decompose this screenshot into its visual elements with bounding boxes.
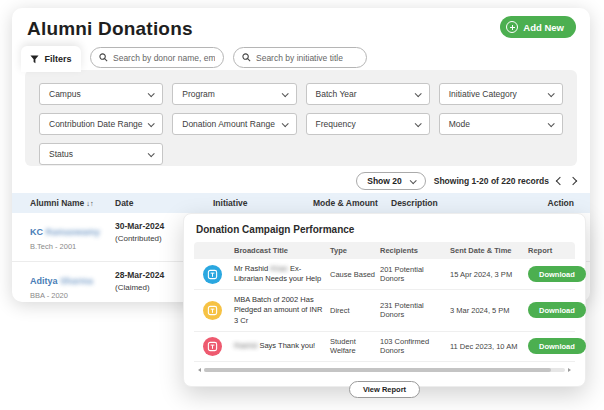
add-new-label: Add New (523, 22, 564, 33)
column-recipients: Recipients (380, 246, 450, 255)
scroll-right-icon[interactable] (568, 368, 571, 372)
horizontal-scrollbar (198, 368, 571, 373)
broadcast-title: MBA Batch of 2002 Has Pledged an amount … (234, 295, 330, 325)
dropdown-label: Donation Amount Range (182, 119, 275, 129)
broadcast-recipients: 103 Confirmed Donors (380, 337, 450, 355)
broadcast-template-icon (207, 305, 218, 316)
broadcast-type: Direct (330, 306, 380, 315)
campaign-row: MBA Batch of 2002 Has Pledged an amount … (194, 290, 575, 331)
show-per-page-dropdown[interactable]: Show 20 (356, 172, 425, 190)
filter-funnel-icon (30, 55, 39, 64)
column-initiative: Initiative (213, 198, 313, 208)
column-date: Date (115, 198, 213, 208)
chevron-down-icon (281, 90, 288, 97)
alumni-name-link[interactable]: KC Ramaswamy (30, 227, 100, 237)
broadcast-template-icon (207, 341, 218, 352)
dropdown-label: Mode (449, 119, 470, 129)
download-report-button[interactable]: Download (528, 266, 586, 282)
search-initiative-field (233, 47, 367, 68)
column-report: Report (528, 246, 569, 255)
column-sent-date-time: Sent Date & Time (450, 246, 528, 255)
campaign-panel-title: Donation Campaign Performance (196, 224, 575, 235)
alumni-program: BBA - 2020 (30, 291, 115, 300)
dropdown-label: Contribution Date Range (49, 119, 143, 129)
broadcast-avatar (203, 265, 222, 284)
dropdown-initiative-category[interactable]: Initiative Category (439, 83, 563, 105)
alumni-first-name: KC (30, 227, 43, 237)
dropdown-contribution-date-range[interactable]: Contribution Date Range (39, 113, 163, 135)
filters-tab[interactable]: Filters (21, 46, 81, 72)
broadcast-sent-datetime: 11 Dec 2023, 10 AM (450, 342, 528, 351)
pagination (557, 178, 576, 184)
broadcast-title: Mr Rashid Khan Ex-Librarian Needs your H… (234, 264, 330, 284)
dropdown-frequency[interactable]: Frequency (306, 113, 430, 135)
dropdown-label: Frequency (316, 119, 356, 129)
chevron-down-icon (414, 120, 421, 127)
scrollbar-track[interactable] (204, 368, 565, 372)
campaign-row: Rashid Says Thank you! Student Welfare 1… (194, 332, 575, 362)
chevron-down-icon (148, 120, 155, 127)
dropdown-label: Batch Year (316, 89, 357, 99)
chevron-down-icon (548, 90, 555, 97)
search-donor-input[interactable] (113, 53, 215, 63)
broadcast-title-blurred: Khan (270, 264, 290, 273)
chevron-down-icon (148, 150, 155, 157)
chevron-down-icon (148, 90, 155, 97)
download-report-button[interactable]: Download (528, 338, 586, 354)
filter-panel: Campus Program Batch Year Initiative Cat… (25, 70, 577, 166)
alumni-first-name: Aditya (30, 276, 58, 286)
broadcast-recipients: 201 Potential Donors (380, 265, 450, 283)
broadcast-recipients: 231 Potential Donors (380, 301, 450, 319)
broadcast-title: Rashid Says Thank you! (234, 341, 330, 351)
filters-tab-label: Filters (44, 54, 71, 64)
dropdown-mode[interactable]: Mode (439, 113, 563, 135)
broadcast-title-text: MBA Batch of 2002 Has Pledged an amount … (234, 295, 322, 324)
chevron-down-icon (409, 177, 416, 184)
previous-page-icon[interactable] (556, 177, 564, 185)
scroll-left-icon[interactable] (198, 368, 201, 372)
dropdown-program[interactable]: Program (172, 83, 296, 105)
broadcast-title-text: Mr Rashid (234, 264, 270, 273)
search-icon (242, 53, 251, 62)
plus-icon (506, 21, 518, 33)
alumni-last-name-blurred: Sharma (60, 276, 93, 286)
broadcast-avatar (203, 337, 222, 356)
alumni-name-link[interactable]: Aditya Sharma (30, 276, 93, 286)
campaign-row: Mr Rashid Khan Ex-Librarian Needs your H… (194, 259, 575, 290)
scrollbar-thumb[interactable] (204, 368, 551, 372)
sort-icon[interactable]: ↓↑ (86, 199, 94, 208)
dropdown-batch-year[interactable]: Batch Year (306, 83, 430, 105)
dropdown-campus[interactable]: Campus (39, 83, 163, 105)
list-controls: Show 20 Showing 1-20 of 220 records (12, 170, 576, 192)
records-count-text: Showing 1-20 of 220 records (434, 176, 549, 186)
broadcast-title-blurred: Rashid (234, 341, 259, 350)
search-donor-field (90, 47, 224, 68)
column-description: Description (391, 198, 541, 208)
broadcast-type: Student Welfare (330, 337, 380, 355)
column-action: Action (541, 198, 574, 208)
broadcast-title-text: Says Thank you! (259, 341, 315, 350)
broadcast-template-icon (207, 269, 218, 280)
download-report-button[interactable]: Download (528, 302, 586, 318)
chevron-down-icon (414, 90, 421, 97)
add-new-button[interactable]: Add New (500, 16, 576, 38)
column-mode-amount: Mode & Amount (313, 198, 391, 208)
dropdown-donation-amount-range[interactable]: Donation Amount Range (172, 113, 296, 135)
dropdown-status[interactable]: Status (39, 143, 163, 165)
next-page-icon[interactable] (569, 177, 577, 185)
search-icon (99, 53, 108, 62)
dropdown-label: Campus (49, 89, 81, 99)
search-initiative-input[interactable] (256, 53, 358, 63)
broadcast-sent-datetime: 3 Mar 2024, 5 PM (450, 306, 528, 315)
show-per-page-label: Show 20 (367, 176, 401, 186)
page-title: Alumni Donations (27, 18, 193, 40)
view-report-button[interactable]: View Report (349, 381, 420, 398)
column-alumni-name: Alumni Name↓↑ (30, 198, 115, 208)
broadcast-sent-datetime: 15 Apr 2024, 3 PM (450, 270, 528, 279)
column-type: Type (330, 246, 380, 255)
column-label: Alumni Name (30, 198, 84, 208)
alumni-program: B.Tech - 2001 (30, 242, 115, 251)
broadcast-type: Cause Based (330, 270, 380, 279)
campaign-table-header: Broadcast Title Type Recipients Sent Dat… (194, 242, 575, 259)
chevron-down-icon (548, 120, 555, 127)
